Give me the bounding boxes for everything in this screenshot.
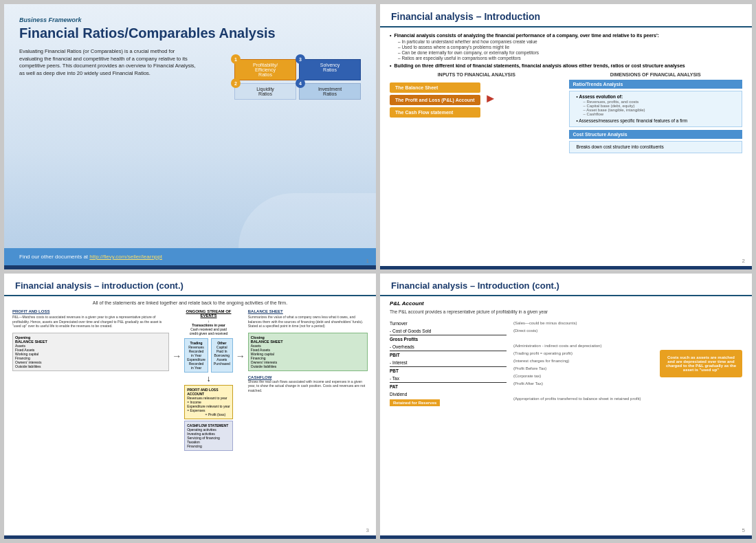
ratio-box-solvency: 3 SolvencyRatios [299, 59, 361, 80]
pl-pat-label: PAT [390, 384, 398, 389]
business-framework-label: Business Framework [19, 16, 361, 23]
slide3-body: All of the statements are linked togethe… [4, 296, 376, 535]
slide4-page: 5 [742, 527, 745, 533]
ratio-box-profitability: 1 Profitability/EfficiencyRatios [234, 59, 296, 80]
cs-bullet1: Breaks down cost structure into constitu… [577, 144, 738, 149]
pl-row-turnover: Turnover [390, 320, 507, 327]
pl-layout: Turnover - Cost of Goods Sold Gross Prof… [390, 320, 742, 408]
slide1-title: Financial Ratios/Comparables Analysis [19, 25, 361, 41]
ongoing-col: ONGOING STREAM OF EVENTS ↓Transactions i… [184, 309, 233, 451]
inputs-boxes: The Balance Sheet The Profit and Loss (P… [390, 82, 480, 118]
bs-cf-col: BALANCE SHEET Summarizes the value of wh… [248, 309, 368, 392]
slide4-title: Financial analysis – Introduction (cont.… [391, 280, 741, 291]
ratio-box-liquidity: 2 LiquidityRatios [234, 83, 296, 100]
pl-account-heading: P&L Account [390, 300, 742, 307]
cashflow-desc: Shows the real cash flows associated wit… [248, 379, 368, 393]
pl-row-tax: - Tax [390, 375, 507, 382]
note-cogs: (Direct costs) [513, 327, 653, 334]
rt-bullet1: • Assess evolution of: [577, 94, 738, 99]
cta-text: Find our other documents at [19, 254, 89, 260]
input-box-cashflow: The Cash Flow statement [390, 107, 480, 118]
arrow2: → [236, 351, 245, 362]
pl-row-pbt: PBT [390, 366, 507, 375]
slide2-page: 2 [742, 258, 745, 264]
cost-structure-content: Breaks down cost structure into constitu… [569, 141, 743, 153]
pl-row-cogs: - Cost of Goods Sold [390, 327, 507, 335]
ratios-grid: 1 Profitability/EfficiencyRatios 3 Solve… [234, 59, 361, 100]
pl-desc: P&L—Matches costs to associated revenues… [12, 315, 169, 329]
trading-box: TradingRevenues Recorded in YearExpendit… [184, 338, 208, 373]
inputs-header: INPUTS TO FINANCIAL ANALYSIS [390, 72, 564, 77]
slide2-sub1: In particular to understand whether and … [398, 39, 742, 44]
closing-bs-box: ClosingBALANCE SHEET AssetsFixed AssetsW… [248, 333, 368, 371]
note-pbit: (Trading profit = operating profit) [513, 350, 653, 357]
slide1-cta: Find our other documents at http://flevy… [4, 248, 376, 265]
cta-link[interactable]: http://flevy.com/seller/learnppt [89, 254, 162, 260]
note-overheads: (Administration - indirect costs and dep… [513, 342, 653, 349]
cashflow-stmt-box: CASHFLOW STATEMENT Operating activitiesI… [184, 421, 233, 451]
arrow1: → [172, 351, 181, 362]
note-tax: (Corporate tax) [513, 373, 653, 379]
note-turnover: (Sales—could be minus discounts) [513, 320, 653, 326]
opening-bs-items: AssetsFixed AssetsWorking capitalFinanci… [15, 344, 166, 368]
slide4-body: P&L Account The P&L account provides a r… [380, 296, 752, 535]
slide2-header: Financial analysis – Introduction [380, 4, 752, 27]
note-retained: (Appropriation of profits transferred to… [513, 395, 653, 402]
flow-diagram: PROFIT AND LOSS P&L—Matches costs to ass… [12, 309, 368, 451]
slide3-header: Financial analysis – introduction (cont.… [4, 274, 376, 296]
slide4-footer [380, 535, 752, 539]
pl-tax-label: - Tax [390, 376, 399, 381]
slide-4: Financial analysis – Introduction (cont.… [380, 274, 752, 539]
bs-label: BALANCE SHEET [248, 309, 368, 313]
pl-table: Turnover - Cost of Goods Sold Gross Prof… [390, 320, 507, 408]
inputs-with-arrow: The Balance Sheet The Profit and Loss (P… [390, 80, 564, 118]
pl-row-gross: Gross Profits [390, 335, 507, 343]
slide1-page: 1 [366, 258, 369, 264]
note-pbt: (Profit Before Tax) [513, 365, 653, 372]
ratio-num-1: 1 [231, 54, 241, 64]
opening-bs-label: OpeningBALANCE SHEET [15, 335, 166, 344]
pl-cf-boxes: PROFIT AND LOSS ACCOUNT Revenues relevan… [184, 385, 233, 419]
slide2-sub2: Used to assess where a company's problem… [398, 45, 742, 49]
note-pat: (Profit After Tax) [513, 380, 653, 387]
pl-row-overheads: - Overheads [390, 343, 507, 351]
transactions-label: ↓Transactions in yearCash received and p… [190, 319, 228, 335]
ratio-box-investment: 4 InvestmentRatios [299, 83, 361, 100]
slide2-bullet2: •Building on three different kind of fin… [390, 63, 742, 68]
pl-column: PROFIT AND LOSS P&L—Matches costs to ass… [12, 309, 169, 371]
orange-highlight-box: Costs such as assets are matched and are… [660, 350, 742, 377]
slide1-body-text: Evaluating Financial Ratios (or Comparab… [19, 48, 198, 77]
slide3-page: 3 [366, 527, 369, 533]
arrow-right-icon: ► [485, 91, 497, 106]
input-box-balance-sheet: The Balance Sheet [390, 82, 480, 93]
slide-3: Financial analysis – introduction (cont.… [4, 274, 376, 539]
pl-gross-label: Gross Profits [390, 337, 418, 342]
pl-notes-col: (Sales—could be minus discounts) (Direct… [513, 320, 653, 408]
dimensions-header: DIMENSIONS OF FINANCIAL ANALYSIS [569, 72, 743, 77]
pl-subtitle: The P&L account provides a representativ… [390, 309, 742, 314]
slide2-two-col: INPUTS TO FINANCIAL ANALYSIS The Balance… [390, 72, 742, 156]
ratio-num-3: 3 [296, 54, 305, 64]
rt-bullet2: • Assesses/measures specific financial f… [577, 118, 738, 123]
pl-row-interest: - Interest [390, 359, 507, 366]
pl-row-pat: PAT [390, 382, 507, 390]
pl-row-dividend: Dividend [390, 390, 507, 398]
note-dividend [513, 388, 653, 395]
cost-structure-title: Cost Structure Analysis [569, 130, 743, 139]
ratio-trends-title: Ratio/Trends Analysis [569, 80, 743, 89]
ratio-trends-content: • Assess evolution of: Revenues, profits… [569, 91, 743, 127]
slide3-footer [4, 535, 376, 539]
trading-other-row: TradingRevenues Recorded in YearExpendit… [184, 338, 233, 373]
note-gross [513, 335, 653, 342]
ratio-num-2: 2 [231, 78, 241, 88]
pl-row-pbit: PBIT [390, 351, 507, 359]
slide4-header: Financial analysis – Introduction (cont.… [380, 274, 752, 296]
slide2-footer [380, 266, 752, 269]
slide3-subtitle: All of the statements are linked togethe… [12, 300, 368, 305]
pl-overheads-label: - Overheads [390, 344, 414, 349]
cashflow-col: CASHFLOW Shows the real cash flows assoc… [248, 375, 368, 393]
slide1-content: Business Framework Financial Ratios/Comp… [4, 4, 376, 248]
slide1-footer [4, 265, 376, 269]
input-box-pl: The Profit and Loss (P&L) Account [390, 95, 480, 105]
pl-interest-label: - Interest [390, 360, 408, 365]
